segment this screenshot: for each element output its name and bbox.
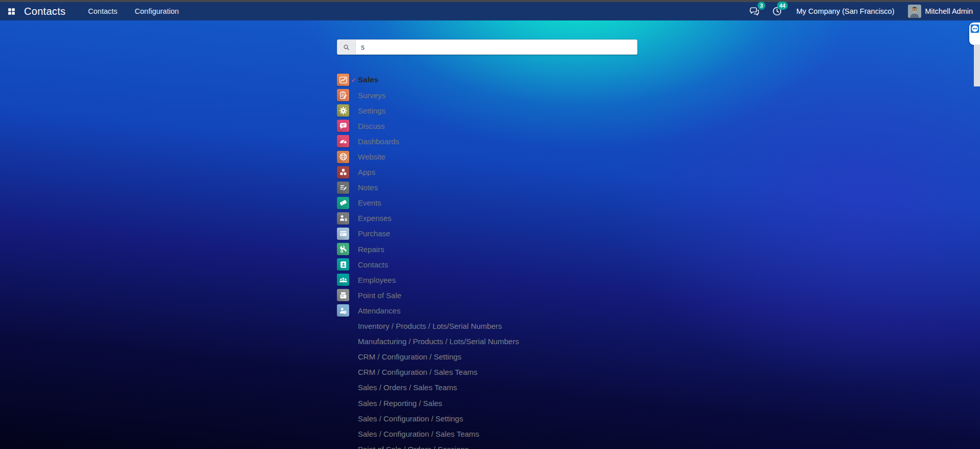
sales-icon bbox=[337, 74, 349, 86]
apps-icon bbox=[337, 166, 349, 178]
expenses-icon: $ bbox=[337, 212, 349, 224]
app-result-dashboards[interactable]: Dashboards bbox=[337, 133, 797, 149]
menu-path-label: Manufacturing / Products / Lots/Serial N… bbox=[358, 337, 519, 346]
app-result-contacts[interactable]: Contacts bbox=[337, 257, 797, 272]
app-result-label: Discuss bbox=[358, 122, 385, 130]
events-icon bbox=[337, 197, 349, 209]
results-list: ✓SalesSurveysSettingsDiscussDashboardsWe… bbox=[337, 72, 797, 449]
app-result-label: Point of Sale bbox=[358, 291, 401, 300]
app-result-label: Attendances bbox=[358, 306, 400, 315]
menu-path-result[interactable]: CRM / Configuration / Sales Teams bbox=[337, 365, 797, 380]
menu-path-result[interactable]: Sales / Configuration / Settings bbox=[337, 411, 797, 426]
app-result-label: Events bbox=[358, 198, 381, 207]
svg-text:$: $ bbox=[345, 217, 347, 222]
app-result-sales[interactable]: ✓Sales bbox=[337, 72, 797, 87]
apps-grid-icon[interactable] bbox=[6, 6, 16, 16]
menu-path-label: CRM / Configuration / Sales Teams bbox=[358, 368, 477, 376]
menu-path-result[interactable]: Sales / Configuration / Sales Teams bbox=[337, 426, 797, 441]
app-result-expenses[interactable]: $Expenses bbox=[337, 211, 797, 226]
menu-path-result[interactable]: Sales / Orders / Sales Teams bbox=[337, 380, 797, 395]
menu-path-result[interactable]: Sales / Reporting / Sales bbox=[337, 395, 797, 411]
menu-path-result[interactable]: Point of Sale / Orders / Sessions bbox=[337, 441, 797, 449]
app-result-employees[interactable]: Employees bbox=[337, 272, 797, 287]
menu-path-label: Sales / Configuration / Sales Teams bbox=[358, 430, 479, 438]
scrollbar-thumb[interactable] bbox=[974, 44, 980, 86]
app-search-box bbox=[337, 39, 637, 55]
app-result-surveys[interactable]: Surveys bbox=[337, 87, 797, 103]
app-result-events[interactable]: Events bbox=[337, 195, 797, 211]
pos-icon bbox=[337, 289, 349, 301]
repairs-icon bbox=[337, 243, 349, 255]
app-result-label: Notes bbox=[358, 183, 378, 192]
menu-contacts[interactable]: Contacts bbox=[88, 7, 117, 15]
app-result-discuss[interactable]: Discuss bbox=[337, 118, 797, 133]
employees-icon bbox=[337, 274, 349, 286]
user-name: Mitchell Admin bbox=[925, 7, 973, 15]
activities-icon[interactable]: 44 bbox=[771, 5, 783, 17]
app-result-website[interactable]: Website bbox=[337, 149, 797, 164]
app-result-point-of-sale[interactable]: Point of Sale bbox=[337, 287, 797, 303]
notes-icon bbox=[337, 182, 349, 194]
menu-path-label: Sales / Orders / Sales Teams bbox=[358, 383, 457, 392]
app-result-label: Contacts bbox=[358, 260, 388, 269]
remote-support-widget[interactable] bbox=[969, 23, 980, 45]
avatar bbox=[908, 5, 921, 18]
menu-path-result[interactable]: CRM / Configuration / Settings bbox=[337, 349, 797, 365]
menu-path-label: Inventory / Products / Lots/Serial Numbe… bbox=[358, 322, 502, 330]
menu-configuration[interactable]: Configuration bbox=[135, 7, 179, 15]
search-icon bbox=[337, 40, 356, 54]
systray: 3 44 My Company (San Francisco) bbox=[738, 5, 973, 18]
user-menu[interactable]: Mitchell Admin bbox=[908, 5, 973, 18]
app-result-apps[interactable]: Apps bbox=[337, 165, 797, 180]
app-result-label: Expenses bbox=[358, 214, 392, 222]
app-result-label: Apps bbox=[358, 168, 375, 176]
attendances-icon bbox=[337, 304, 349, 317]
purchase-icon bbox=[337, 228, 349, 240]
app-result-label: Sales bbox=[358, 75, 379, 84]
current-app-title: Contacts bbox=[24, 6, 65, 17]
odoo-window: Contacts Contacts Configuration 3 44 My … bbox=[0, 0, 980, 449]
menu-path-label: Point of Sale / Orders / Sessions bbox=[358, 445, 469, 449]
menu-path-label: Sales / Reporting / Sales bbox=[358, 399, 442, 408]
top-navbar: Contacts Contacts Configuration 3 44 My … bbox=[0, 2, 980, 20]
menu-path-label: Sales / Configuration / Settings bbox=[358, 414, 463, 423]
app-result-label: Employees bbox=[358, 276, 396, 284]
website-icon bbox=[337, 151, 349, 163]
menu-path-label: CRM / Configuration / Settings bbox=[358, 352, 462, 361]
menu-path-result[interactable]: Manufacturing / Products / Lots/Serial N… bbox=[337, 334, 797, 349]
messages-icon[interactable]: 3 bbox=[748, 5, 761, 17]
app-result-label: Dashboards bbox=[358, 137, 399, 146]
app-result-label: Settings bbox=[358, 106, 385, 115]
selected-check-icon: ✓ bbox=[349, 76, 358, 84]
company-switcher[interactable]: My Company (San Francisco) bbox=[796, 7, 895, 15]
app-search-input[interactable] bbox=[356, 40, 637, 54]
app-result-label: Surveys bbox=[358, 91, 385, 100]
dashboards-icon bbox=[337, 135, 349, 147]
messages-badge: 3 bbox=[758, 2, 765, 10]
discuss-icon bbox=[337, 120, 349, 132]
app-result-settings[interactable]: Settings bbox=[337, 103, 797, 118]
teamviewer-icon bbox=[970, 24, 979, 33]
contacts-icon bbox=[337, 258, 349, 271]
menu-path-result[interactable]: Inventory / Products / Lots/Serial Numbe… bbox=[337, 319, 797, 334]
app-result-label: Website bbox=[358, 152, 385, 161]
app-result-notes[interactable]: Notes bbox=[337, 180, 797, 195]
activities-badge: 44 bbox=[777, 2, 788, 10]
app-result-label: Purchase bbox=[358, 229, 390, 238]
surveys-icon bbox=[337, 89, 349, 101]
app-result-repairs[interactable]: Repairs bbox=[337, 241, 797, 257]
app-result-attendances[interactable]: Attendances bbox=[337, 303, 797, 318]
app-result-purchase[interactable]: Purchase bbox=[337, 226, 797, 241]
app-result-label: Repairs bbox=[358, 245, 384, 254]
settings-icon bbox=[337, 104, 349, 117]
